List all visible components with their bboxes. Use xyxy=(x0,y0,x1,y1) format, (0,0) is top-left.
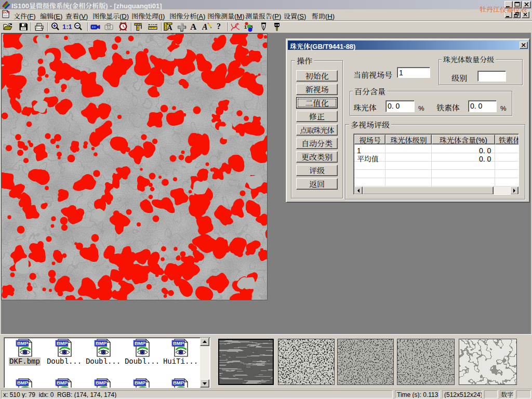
svg-text:BMP: BMP xyxy=(173,380,184,385)
svg-text:BMP: BMP xyxy=(135,380,146,385)
svg-text:A: A xyxy=(202,22,208,31)
svg-text:BMP: BMP xyxy=(57,340,68,346)
svg-text:DOC: DOC xyxy=(3,11,10,14)
svg-text:BMP: BMP xyxy=(17,340,29,346)
svg-text:BMP: BMP xyxy=(57,380,68,385)
svg-text:BMP: BMP xyxy=(135,340,146,346)
svg-text:1: 1 xyxy=(244,24,247,30)
svg-text:A: A xyxy=(167,24,173,32)
svg-text:BMP: BMP xyxy=(17,380,29,385)
svg-text:BMP: BMP xyxy=(96,380,107,385)
svg-text:BMP: BMP xyxy=(173,340,184,346)
svg-text:BMP: BMP xyxy=(96,340,107,346)
